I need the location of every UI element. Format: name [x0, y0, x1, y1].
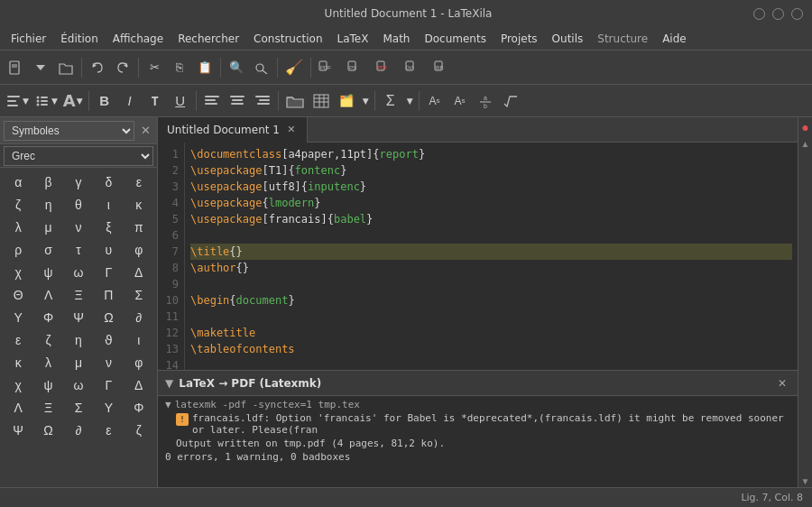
sigma-button[interactable]: Σ — [379, 89, 402, 113]
symbol-btn-26[interactable]: Λ — [33, 284, 62, 306]
symbol-btn-30[interactable]: Υ — [4, 307, 32, 328]
symbols-sub-dropdown[interactable]: Grec — [4, 146, 153, 166]
symbol-btn-9[interactable]: κ — [125, 194, 153, 216]
output-close-button[interactable]: ✕ — [774, 375, 790, 392]
symbol-btn-41[interactable]: λ — [33, 352, 62, 373]
symbol-btn-11[interactable]: μ — [33, 217, 62, 238]
symbol-btn-54[interactable]: Φ — [125, 397, 153, 419]
symbol-btn-27[interactable]: Ξ — [64, 284, 93, 306]
search-button[interactable]: 🔍 — [225, 56, 248, 79]
menu-item-édition[interactable]: Édition — [53, 31, 106, 47]
sqrt-button[interactable] — [499, 89, 522, 113]
symbol-btn-45[interactable]: χ — [4, 374, 32, 396]
frac-button[interactable]: ab — [474, 89, 497, 113]
underline-button[interactable]: U — [169, 89, 192, 113]
symbol-btn-37[interactable]: η — [64, 329, 93, 351]
tab-close-button[interactable]: ✕ — [285, 124, 298, 136]
open-button[interactable] — [54, 56, 78, 79]
menu-item-aide[interactable]: Aide — [655, 31, 694, 47]
symbol-btn-49[interactable]: Δ — [125, 374, 153, 396]
symbol-btn-3[interactable]: δ — [94, 171, 123, 193]
right-scroll-up[interactable]: ▲ — [799, 137, 812, 150]
right-close-button[interactable]: ● — [799, 121, 812, 134]
symbol-btn-46[interactable]: ψ — [33, 374, 62, 396]
symbols-close-button[interactable]: ✕ — [137, 123, 153, 139]
menu-item-outils[interactable]: Outils — [545, 31, 591, 47]
menu-item-documents[interactable]: Documents — [417, 31, 493, 47]
symbols-category-dropdown[interactable]: Symboles — [4, 121, 134, 141]
symbol-btn-13[interactable]: ξ — [94, 217, 123, 238]
menu-item-latex[interactable]: LaTeX — [330, 31, 376, 47]
symbol-btn-5[interactable]: ζ — [4, 194, 32, 216]
clean-button[interactable]: 🧹 — [281, 56, 307, 79]
symbol-btn-8[interactable]: ι — [94, 194, 123, 216]
symbol-btn-51[interactable]: Ξ — [33, 397, 62, 419]
align-left[interactable] — [200, 89, 224, 113]
symbol-btn-44[interactable]: φ — [125, 352, 153, 373]
redo-button[interactable] — [111, 56, 134, 79]
new-button[interactable] — [4, 56, 27, 79]
symbol-btn-2[interactable]: γ — [64, 171, 93, 193]
right-scroll-down[interactable]: ▼ — [799, 475, 812, 487]
symbol-btn-58[interactable]: ε — [94, 419, 123, 441]
code-content[interactable]: \documentclass[a4paper,11pt]{report}\use… — [185, 143, 798, 370]
symbol-btn-40[interactable]: κ — [4, 352, 32, 373]
symbol-btn-48[interactable]: Γ — [94, 374, 123, 396]
symbol-btn-34[interactable]: ∂ — [125, 307, 153, 328]
build5-button[interactable]: BIB — [430, 56, 457, 79]
symbol-btn-25[interactable]: Θ — [4, 284, 32, 306]
document-tab[interactable]: Untitled Document 1 ✕ — [158, 117, 308, 143]
build1-button[interactable]: PDF — [315, 56, 342, 79]
bold-button[interactable]: B — [93, 89, 116, 113]
align-center[interactable] — [226, 89, 249, 113]
symbol-btn-47[interactable]: ω — [64, 374, 93, 396]
align-right[interactable] — [251, 89, 274, 113]
symbol-btn-24[interactable]: Δ — [125, 262, 153, 283]
build2-button[interactable]: PS — [344, 56, 371, 79]
symbol-btn-31[interactable]: Φ — [33, 307, 62, 328]
symbol-btn-18[interactable]: υ — [94, 239, 123, 261]
symbol-btn-29[interactable]: Σ — [125, 284, 153, 306]
symbol-btn-36[interactable]: ζ — [33, 329, 62, 351]
symbol-btn-35[interactable]: ε — [4, 329, 32, 351]
sigma-dropdown[interactable]: ▼ — [404, 89, 415, 113]
symbol-btn-43[interactable]: ν — [94, 352, 123, 373]
replace-button[interactable] — [250, 56, 273, 79]
new-dropdown[interactable] — [29, 56, 52, 79]
symbol-btn-57[interactable]: ∂ — [64, 419, 93, 441]
open-file-button[interactable] — [282, 89, 308, 113]
list-dropdown[interactable]: ▼ — [32, 89, 60, 113]
symbol-btn-23[interactable]: Γ — [94, 262, 123, 283]
symbol-btn-50[interactable]: Λ — [4, 397, 32, 419]
symbol-btn-38[interactable]: ϑ — [94, 329, 123, 351]
symbol-btn-32[interactable]: Ψ — [64, 307, 93, 328]
table-button[interactable] — [309, 89, 333, 113]
symbol-btn-7[interactable]: θ — [64, 194, 93, 216]
menu-item-projets[interactable]: Projets — [494, 31, 545, 47]
symbol-btn-39[interactable]: ι — [125, 329, 153, 351]
symbol-btn-28[interactable]: Π — [94, 284, 123, 306]
typewriter-button[interactable]: T — [143, 89, 167, 113]
symbol-btn-42[interactable]: μ — [64, 352, 93, 373]
symbol-btn-33[interactable]: Ω — [94, 307, 123, 328]
img-dropdown[interactable]: ▼ — [360, 89, 371, 113]
undo-button[interactable] — [86, 56, 109, 79]
symbol-btn-6[interactable]: η — [33, 194, 62, 216]
menu-item-structure[interactable]: Structure — [590, 31, 655, 47]
symbol-btn-16[interactable]: σ — [33, 239, 62, 261]
cut-button[interactable]: ✂ — [143, 56, 166, 79]
symbol-btn-15[interactable]: ρ — [4, 239, 32, 261]
menu-item-construction[interactable]: Construction — [246, 31, 329, 47]
copy-button[interactable]: ⎘ — [168, 56, 191, 79]
minimize-button[interactable] — [753, 8, 765, 20]
menu-item-rechercher[interactable]: Rechercher — [171, 31, 246, 47]
build4-button[interactable]: DVI — [401, 56, 429, 79]
symbol-btn-0[interactable]: α — [4, 171, 32, 193]
symbol-btn-19[interactable]: φ — [125, 239, 153, 261]
code-editor[interactable]: 12345678910111213141516 \documentclass[a… — [158, 143, 798, 370]
image-button[interactable]: 🗂️ — [335, 89, 358, 113]
symbol-btn-17[interactable]: τ — [64, 239, 93, 261]
maximize-button[interactable] — [772, 8, 784, 20]
build3-button[interactable]: PDF — [373, 56, 400, 79]
symbol-btn-1[interactable]: β — [33, 171, 62, 193]
